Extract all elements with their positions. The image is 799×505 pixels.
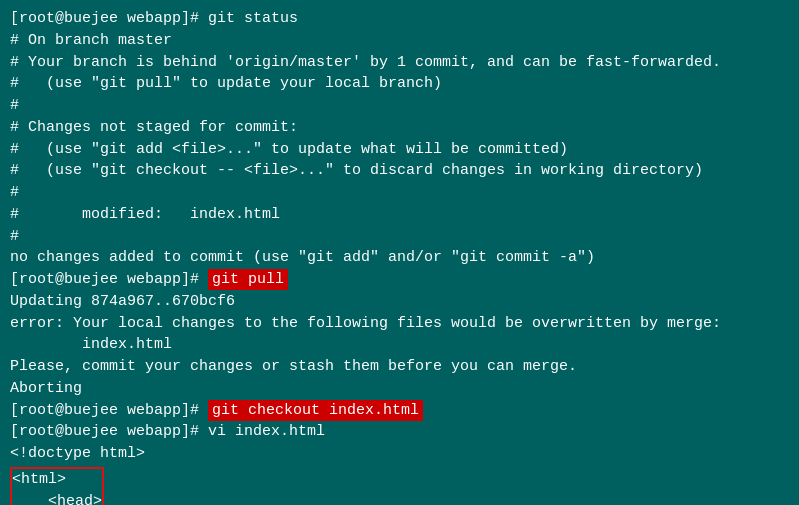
line-22: <html> (12, 469, 102, 491)
git-pull-highlight: git pull (208, 269, 288, 290)
line-12: no changes added to commit (use "git add… (10, 247, 789, 269)
line-19: [root@buejee webapp]# git checkout index… (10, 400, 789, 422)
line-11: # (10, 226, 789, 248)
line-1: [root@buejee webapp]# git status (10, 8, 789, 30)
line-4: # (use "git pull" to update your local b… (10, 73, 789, 95)
line-16: index.html (10, 334, 789, 356)
line-10: # modified: index.html (10, 204, 789, 226)
line-9: # (10, 182, 789, 204)
line-20: [root@buejee webapp]# vi index.html (10, 421, 789, 443)
line-15: error: Your local changes to the followi… (10, 313, 789, 335)
terminal: [root@buejee webapp]# git status # On br… (0, 0, 799, 505)
git-checkout-highlight: git checkout index.html (208, 400, 423, 421)
line-13: [root@buejee webapp]# git pull (10, 269, 789, 291)
html-block-highlight: <html> <head> (10, 467, 104, 505)
line-7: # (use "git add <file>..." to update wha… (10, 139, 789, 161)
line-3: # Your branch is behind 'origin/master' … (10, 52, 789, 74)
line-14: Updating 874a967..670bcf6 (10, 291, 789, 313)
line-21: <!doctype html> (10, 443, 789, 465)
line-8: # (use "git checkout -- <file>..." to di… (10, 160, 789, 182)
line-6: # Changes not staged for commit: (10, 117, 789, 139)
line-18: Aborting (10, 378, 789, 400)
line-23: <head> (12, 491, 102, 506)
line-17: Please, commit your changes or stash the… (10, 356, 789, 378)
line-5: # (10, 95, 789, 117)
line-2: # On branch master (10, 30, 789, 52)
